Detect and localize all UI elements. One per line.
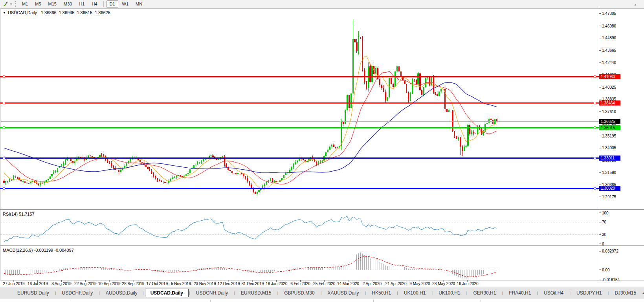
tab-divider: |: [99, 291, 100, 295]
chart-tab-uk100-h1[interactable]: UK100,H1: [398, 289, 431, 297]
svg-text:1.30020: 1.30020: [601, 186, 615, 190]
timeframe-button-h1[interactable]: H1: [76, 0, 88, 8]
chart-tab-gbpusd-m30[interactable]: GBPUSD,M30: [279, 289, 320, 297]
chart-tab-hk50-h1[interactable]: HK50,H1: [366, 289, 396, 297]
status-divider: [373, 300, 374, 302]
timeframe-toolbar: ▾ M1M5M15M30H1H4D1W1MN ▴: [0, 0, 644, 9]
status-divider: [70, 300, 70, 302]
macd-axis-label: 0.00: [602, 268, 610, 272]
date-axis-label: 28 Sep 2019: [122, 282, 145, 286]
macd-signal-line: [4, 256, 497, 277]
rsi-axis-label: 30: [602, 232, 607, 237]
date-axis-label: 16 Jul 2019: [28, 282, 48, 286]
tab-divider: |: [365, 291, 366, 295]
date-axis-label: 6 Feb 2020: [290, 282, 310, 286]
pane-separator: [0, 209, 644, 210]
timeframe-button-mn[interactable]: MN: [132, 0, 145, 8]
tab-divider: |: [466, 291, 468, 295]
chart-title: ▼ USDCAD,Daily 1.36866 1.36935 1.36515 1…: [3, 10, 113, 15]
svg-text:1.38464: 1.38464: [601, 101, 615, 105]
date-axis-label: 18 Jan 2020: [266, 282, 287, 286]
chart-tab-fra40-h1[interactable]: FRA40,H1: [503, 289, 536, 297]
chart-tab-usdcnh-daily[interactable]: USDCNH,Daily: [191, 289, 233, 297]
quote-low: 1.36515: [77, 10, 92, 15]
chart-tab-usdchf-daily[interactable]: USDCHF,Daily: [57, 289, 99, 297]
svg-text:1.33011: 1.33011: [601, 156, 615, 160]
chart-tab-usdjpy-h1[interactable]: USDJPY,H1: [571, 289, 607, 297]
tab-divider: |: [431, 291, 433, 295]
level-handle: [594, 127, 596, 129]
chart-tab-dj30-m15[interactable]: DJ30,M15: [609, 289, 642, 297]
price-axis-label: 1.34005: [602, 146, 616, 150]
timeframe-buttons: M1M5M15M30H1H4D1W1MN: [18, 0, 146, 8]
timeframe-button-h4[interactable]: H4: [88, 0, 100, 8]
chart-tab-usdcad-daily[interactable]: USDCAD,Daily: [145, 289, 189, 297]
price-axis-label: 1.43665: [602, 48, 616, 53]
timeframe-button-m15[interactable]: M15: [45, 0, 60, 8]
svg-text:1.36015: 1.36015: [601, 126, 615, 130]
symbol-dropdown-icon[interactable]: ▼: [3, 11, 6, 15]
rsi-line: [4, 216, 497, 242]
price-axis-label: 1.29175: [602, 195, 616, 199]
date-axis-label: 28 May 2020: [432, 282, 455, 286]
crosshair-tool-icon[interactable]: [3, 0, 9, 8]
tool-dropdown-icon[interactable]: ▾: [10, 2, 12, 6]
tab-scroll-left-icon[interactable]: ◄: [642, 291, 644, 295]
tab-divider: |: [397, 291, 398, 295]
chart-tab-bar: EURUSD,Daily|USDCHF,Daily|AUDUSD,Daily|U…: [0, 287, 644, 299]
chart-canvas[interactable]: 1.473051.460801.448901.436651.424401.412…: [0, 9, 644, 287]
chart-tab-eurusd-m15[interactable]: EURUSD,M15: [235, 289, 277, 297]
mt4-terminal: ▾ M1M5M15M30H1H4D1W1MN ▴ 1.473051.460801…: [0, 0, 644, 302]
toolbar-separator: [103, 1, 104, 7]
chart-tab-eurusd-daily[interactable]: EURUSD,Daily: [12, 289, 55, 297]
macd-axis-label: 0.032972: [602, 249, 618, 253]
date-axis-label: 10 Sep 2019: [98, 282, 121, 286]
date-axis-label: 9 May 2020: [409, 282, 430, 286]
macd-axis-label: -0.018154: [602, 278, 620, 282]
tab-divider: |: [569, 291, 571, 295]
status-divider: [481, 300, 481, 302]
price-axis-label: 1.37610: [602, 110, 616, 114]
level-handle: [3, 187, 5, 189]
level-handle: [594, 187, 596, 189]
timeframe-button-m1[interactable]: M1: [19, 0, 31, 8]
toolbar-overflow-icon[interactable]: ▴: [634, 2, 636, 6]
level-handle: [3, 157, 5, 159]
level-handle: [594, 157, 596, 159]
toolbar-grip[interactable]: [15, 1, 17, 7]
price-axis-label: 1.35195: [602, 134, 616, 138]
date-axis-label: 16 Jun 2020: [457, 282, 478, 286]
date-axis-label: 12 Dec 2019: [218, 282, 240, 286]
tab-divider: |: [143, 291, 145, 295]
tab-divider: |: [502, 291, 503, 295]
level-handle: [594, 76, 596, 78]
level-handle: [3, 76, 5, 78]
level-handle: [3, 102, 5, 104]
svg-text:1.36625: 1.36625: [601, 119, 615, 124]
tab-divider: |: [608, 291, 609, 295]
rsi-axis-label: 100: [602, 211, 609, 215]
rsi-axis-label: 0: [602, 242, 604, 246]
quote-close: 1.36625: [95, 10, 110, 15]
chart-tab-ger30-h1[interactable]: GER30,H1: [468, 289, 501, 297]
date-axis-label: 3 Aug 2019: [51, 282, 72, 286]
price-axis-label: 1.46080: [602, 24, 616, 28]
timeframe-button-m30[interactable]: M30: [61, 0, 75, 8]
chart-tab-uk100-h1[interactable]: UK100,H1: [433, 289, 466, 297]
chart-tab-audusd-daily[interactable]: AUDUSD,Daily: [100, 289, 143, 297]
price-axis-label: 1.44890: [602, 36, 616, 40]
svg-text:1.41060: 1.41060: [601, 75, 615, 79]
tab-divider: |: [537, 291, 538, 295]
chart-tab-xauusd-daily[interactable]: XAUUSD,Daily: [322, 289, 365, 297]
date-axis-label: 31 Dec 2019: [242, 282, 264, 286]
pane-separator: [0, 245, 644, 246]
timeframe-button-w1[interactable]: W1: [119, 0, 132, 8]
date-axis-label: 5 Nov 2019: [171, 282, 191, 286]
status-divider: [210, 300, 211, 302]
timeframe-button-d1[interactable]: D1: [106, 0, 118, 8]
chart-tab-usoil-h4[interactable]: USOil,H4: [538, 289, 569, 297]
timeframe-button-m5[interactable]: M5: [32, 0, 44, 8]
macd-indicator-label: MACD(12,26,9) -0.001199 -0.004097: [3, 248, 74, 253]
level-handle: [3, 127, 5, 129]
date-axis-label: 14 Mar 2020: [337, 282, 360, 286]
